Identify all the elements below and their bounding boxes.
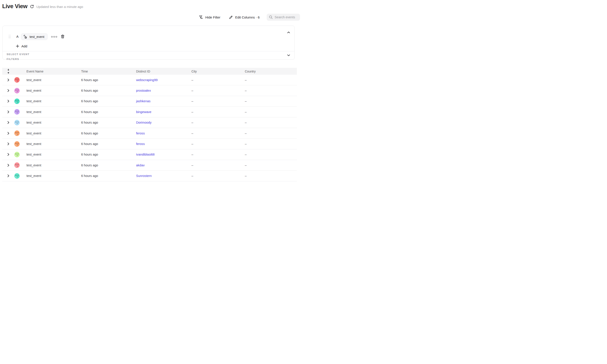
user-avatar: [14, 88, 20, 93]
city-cell: –: [188, 131, 242, 135]
edit-columns-button[interactable]: Edit Columns · 6: [229, 15, 260, 19]
time-cell: 6 hours ago: [78, 131, 133, 135]
event-name-cell: test_event: [23, 78, 78, 82]
table-row: test_event 6 hours ago jashkenas – –: [2, 96, 297, 107]
chevron-down-icon: [287, 54, 290, 56]
country-cell: –: [242, 131, 297, 135]
country-cell: –: [242, 153, 297, 156]
add-label: Add: [21, 44, 27, 48]
row-expand-chevron-icon[interactable]: [7, 174, 10, 177]
distinct-id-link[interactable]: prostoalex: [136, 89, 151, 92]
distinct-id-link[interactable]: ivandiblasi68: [136, 153, 155, 156]
column-header-time: Time: [78, 70, 133, 73]
city-cell: –: [188, 99, 242, 103]
country-cell: –: [242, 174, 297, 178]
plus-icon: [16, 44, 19, 48]
column-header-country: Country: [242, 70, 297, 73]
city-cell: –: [188, 142, 242, 146]
panel-divider: [3, 51, 294, 51]
distinct-id-link[interactable]: feross: [136, 131, 145, 135]
refresh-button[interactable]: [30, 4, 34, 9]
event-name-cell: test_event: [23, 121, 78, 124]
row-expand-chevron-icon[interactable]: [7, 110, 10, 114]
time-cell: 6 hours ago: [78, 142, 133, 146]
user-avatar: [14, 99, 20, 104]
row-expand-chevron-icon[interactable]: [7, 164, 10, 167]
distinct-id-link[interactable]: feross: [136, 142, 145, 146]
row-expand-chevron-icon[interactable]: [7, 153, 10, 156]
user-avatar: [14, 152, 20, 157]
trash-icon: [60, 34, 65, 39]
ellipsis-icon: [55, 36, 57, 38]
delete-clause-button[interactable]: [60, 34, 65, 39]
city-cell: –: [188, 121, 242, 124]
time-cell: 6 hours ago: [78, 78, 133, 82]
country-cell: –: [242, 142, 297, 146]
event-name-cell: test_event: [23, 142, 78, 146]
distinct-id-link[interactable]: Sunrostern: [136, 174, 152, 178]
expand-filters-button[interactable]: [286, 52, 291, 58]
table-header: Event Name Time Distinct ID City Country: [2, 68, 297, 75]
time-cell: 6 hours ago: [78, 89, 133, 92]
row-expand-chevron-icon[interactable]: [7, 121, 10, 124]
user-avatar: [14, 77, 20, 83]
table-row: test_event 6 hours ago bingewave – –: [2, 107, 297, 117]
table-row: test_event 6 hours ago prostoalex – –: [2, 85, 297, 96]
user-avatar: [14, 109, 20, 115]
country-cell: –: [242, 164, 297, 167]
row-expand-chevron-icon[interactable]: [7, 78, 10, 81]
edit-columns-label: Edit Columns · 6: [235, 15, 260, 19]
distinct-id-link[interactable]: jashkenas: [136, 99, 151, 103]
add-event-button[interactable]: Add: [16, 44, 27, 49]
time-cell: 6 hours ago: [78, 174, 133, 178]
row-expand-chevron-icon[interactable]: [7, 132, 10, 135]
time-cell: 6 hours ago: [78, 164, 133, 167]
distinct-id-link[interactable]: webscraping99: [136, 78, 158, 82]
distinct-id-link[interactable]: bingewave: [136, 110, 151, 114]
page-title: Live View: [2, 3, 27, 10]
time-cell: 6 hours ago: [78, 153, 133, 156]
user-avatar: [14, 162, 20, 168]
country-cell: –: [242, 78, 297, 82]
event-name-cell: test_event: [23, 110, 78, 114]
event-chip[interactable]: test_event: [21, 33, 48, 40]
event-clause-row: A test_event: [3, 33, 294, 40]
country-cell: –: [242, 121, 297, 124]
distinct-id-link[interactable]: akdav: [136, 164, 145, 167]
table-row: test_event 6 hours ago Dorimoody – –: [2, 117, 297, 128]
collapse-rows-button[interactable]: [2, 69, 14, 74]
filter-plus-icon: [199, 15, 203, 19]
search-icon: [269, 15, 273, 19]
cursor-click-icon: [23, 35, 28, 39]
chevron-up-icon: [287, 31, 290, 33]
table-row: test_event 6 hours ago ivandiblasi68 – –: [2, 149, 297, 160]
city-cell: –: [188, 89, 242, 92]
live-view-page: Live View Updated less than a minute ago…: [0, 0, 304, 182]
time-cell: 6 hours ago: [78, 121, 133, 124]
city-cell: –: [188, 174, 242, 178]
collapse-vertical-icon: [7, 69, 10, 74]
drag-handle[interactable]: [9, 35, 11, 39]
clause-options-button[interactable]: [50, 35, 58, 39]
row-expand-chevron-icon[interactable]: [7, 100, 10, 103]
hide-filter-label: Hide Filter: [205, 15, 220, 19]
events-table: Event Name Time Distinct ID City Country: [2, 68, 297, 181]
country-cell: –: [242, 99, 297, 103]
pencil-icon: [229, 15, 233, 19]
search-events-box: [267, 14, 300, 21]
hide-filter-button[interactable]: Hide Filter: [199, 15, 220, 19]
distinct-id-link[interactable]: Dorimoody: [136, 121, 152, 124]
table-row: test_event 6 hours ago feross – –: [2, 139, 297, 149]
column-header-distinct-id: Distinct ID: [133, 70, 188, 73]
table-row: test_event 6 hours ago webscraping99 – –: [2, 75, 297, 85]
country-cell: –: [242, 89, 297, 92]
toolbar: Hide Filter Edit Columns · 6: [199, 14, 300, 21]
clause-letter: A: [16, 35, 19, 38]
table-row: test_event 6 hours ago Sunrostern – –: [2, 171, 297, 181]
ellipsis-icon: [51, 36, 53, 38]
table-body: test_event 6 hours ago webscraping99 – –: [2, 75, 297, 181]
row-expand-chevron-icon[interactable]: [7, 89, 10, 92]
row-expand-chevron-icon[interactable]: [7, 142, 10, 145]
city-cell: –: [188, 153, 242, 156]
user-avatar: [14, 120, 20, 125]
